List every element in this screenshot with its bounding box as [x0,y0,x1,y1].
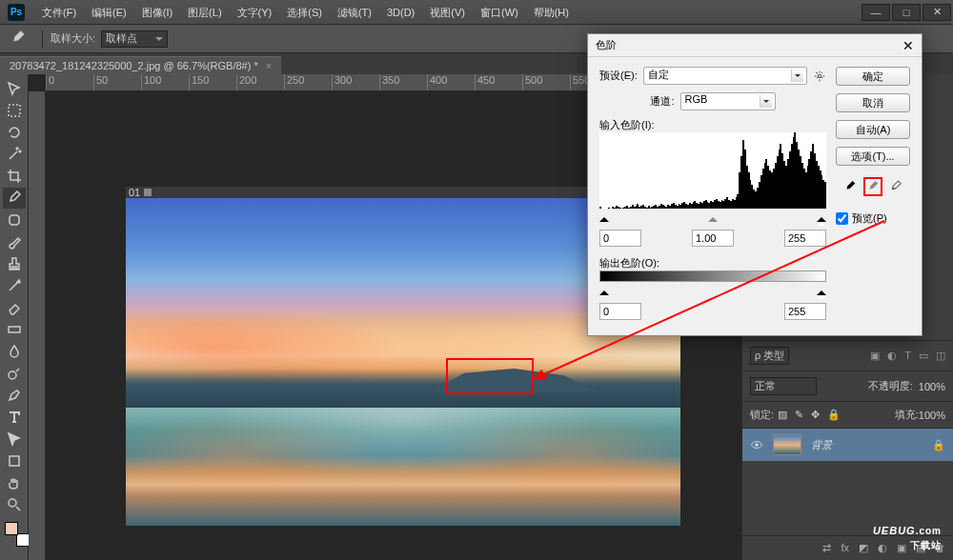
path-tool[interactable] [3,429,26,450]
marquee-tool[interactable] [3,100,26,121]
eraser-tool[interactable] [3,297,26,318]
input-white-field[interactable] [784,230,826,247]
eyedropper-icon [8,30,27,49]
tab-title: 20783472_181242325000_2.jpg @ 66.7%(RGB/… [10,60,258,71]
out-white-slider[interactable] [817,286,826,295]
crop-tool[interactable] [3,166,26,187]
preset-combo[interactable]: 自定 [643,67,807,85]
output-white-field[interactable] [784,303,826,320]
menu-help[interactable]: 帮助(H) [526,6,577,20]
lasso-tool[interactable] [3,122,26,143]
eyedropper-tool[interactable] [3,188,26,209]
input-sliders [599,212,826,224]
move-tool[interactable] [3,78,26,99]
output-black-field[interactable] [599,303,641,320]
input-gamma-field[interactable] [692,230,734,247]
menu-image[interactable]: 图像(I) [134,6,180,20]
color-swatch[interactable] [5,522,24,541]
close-button[interactable]: ✕ [923,4,951,21]
fill-label: 填充: [895,408,919,422]
svg-point-2 [9,371,16,379]
wand-tool[interactable] [3,144,26,165]
ruler-vertical [29,91,46,560]
filter-shape-icon[interactable]: ▭ [919,350,928,362]
layers-lock-row: 锁定: ▨ ✎ ✥ 🔒 填充: 100% [742,402,953,429]
filter-type-icon[interactable]: T [904,350,911,362]
separator [42,30,43,48]
layer-filter-combo[interactable]: ρ 类型 [750,347,789,365]
visibility-icon[interactable] [750,438,763,451]
lock-all-icon[interactable]: 🔒 [827,409,841,421]
svg-point-6 [755,443,759,447]
layers-blend-row: 正常 不透明度: 100% [742,371,953,402]
menu-view[interactable]: 视图(V) [422,6,473,20]
heal-tool[interactable] [3,210,26,230]
sample-size-combo[interactable]: 取样点 [101,30,168,48]
lock-trans-icon[interactable]: ▨ [778,409,787,421]
layer-name: 背景 [811,438,832,452]
channel-combo[interactable]: RGB [680,92,776,110]
link-icon[interactable]: ⇄ [822,542,831,554]
preset-label: 预设(E): [599,69,638,83]
layer-row-background[interactable]: 背景 🔒 [742,429,953,461]
maximize-button[interactable]: □ [892,4,921,21]
menu-edit[interactable]: 编辑(E) [84,6,134,20]
menu-window[interactable]: 窗口(W) [473,6,526,20]
fx-icon[interactable]: fx [841,542,849,554]
ok-button[interactable]: 确定 [836,67,910,86]
pen-tool[interactable] [3,385,26,406]
gray-eyedropper[interactable] [863,177,882,196]
auto-button[interactable]: 自动(A) [836,120,910,139]
blur-tool[interactable] [3,341,26,362]
blend-mode-combo[interactable]: 正常 [750,377,817,395]
menu-select[interactable]: 选择(S) [279,6,330,20]
menu-3d[interactable]: 3D(D) [379,7,422,18]
options-button[interactable]: 选项(T)... [836,147,910,166]
brush-tool[interactable] [3,231,26,252]
input-levels-label: 输入色阶(I): [599,119,654,130]
svg-rect-3 [10,456,19,466]
channel-label: 通道: [650,94,674,109]
filter-pixel-icon[interactable]: ▣ [870,350,880,362]
lock-move-icon[interactable]: ✥ [811,409,820,421]
preview-checkbox[interactable]: 预览(P) [836,211,910,226]
menu-file[interactable]: 文件(F) [34,6,84,20]
dodge-tool[interactable] [3,363,26,384]
output-sliders [599,286,826,297]
filter-adjust-icon[interactable]: ◐ [887,350,897,362]
minimize-button[interactable]: — [862,4,890,21]
shape-tool[interactable] [3,450,26,471]
zoom-tool[interactable] [3,494,26,515]
input-black-field[interactable] [599,230,641,247]
svg-rect-1 [9,327,20,332]
gradient-tool[interactable] [3,319,26,340]
document-tab[interactable]: 20783472_181242325000_2.jpg @ 66.7%(RGB/… [0,56,281,74]
tab-close-icon[interactable]: × [266,60,272,71]
lock-paint-icon[interactable]: ✎ [795,409,803,421]
hand-tool[interactable] [3,472,26,493]
dialog-close-icon[interactable]: ✕ [902,38,914,53]
black-eyedropper[interactable] [841,177,860,196]
type-tool[interactable] [3,407,26,428]
out-black-slider[interactable] [599,286,609,295]
opacity-value[interactable]: 100% [919,381,945,392]
layer-thumbnail [773,434,801,455]
dialog-titlebar[interactable]: 色阶 ✕ [588,34,922,57]
menu-filter[interactable]: 滤镜(T) [330,6,379,20]
white-point-slider[interactable] [817,212,826,222]
mask-icon[interactable]: ◩ [859,542,868,554]
layers-filter-row: ρ 类型 ▣ ◐ T ▭ ◫ [742,341,953,371]
cancel-button[interactable]: 取消 [836,93,910,112]
svg-point-4 [9,499,16,507]
black-point-slider[interactable] [599,212,609,222]
menu-layer[interactable]: 图层(L) [180,6,229,20]
history-brush-tool[interactable] [3,275,26,296]
white-eyedropper[interactable] [886,177,905,196]
dialog-title: 色阶 [596,38,617,52]
stamp-tool[interactable] [3,253,26,274]
fill-value[interactable]: 100% [919,410,945,421]
gamma-slider[interactable] [708,212,718,222]
filter-smart-icon[interactable]: ◫ [936,350,945,362]
menu-type[interactable]: 文字(Y) [230,6,280,20]
gear-icon[interactable] [813,70,826,83]
